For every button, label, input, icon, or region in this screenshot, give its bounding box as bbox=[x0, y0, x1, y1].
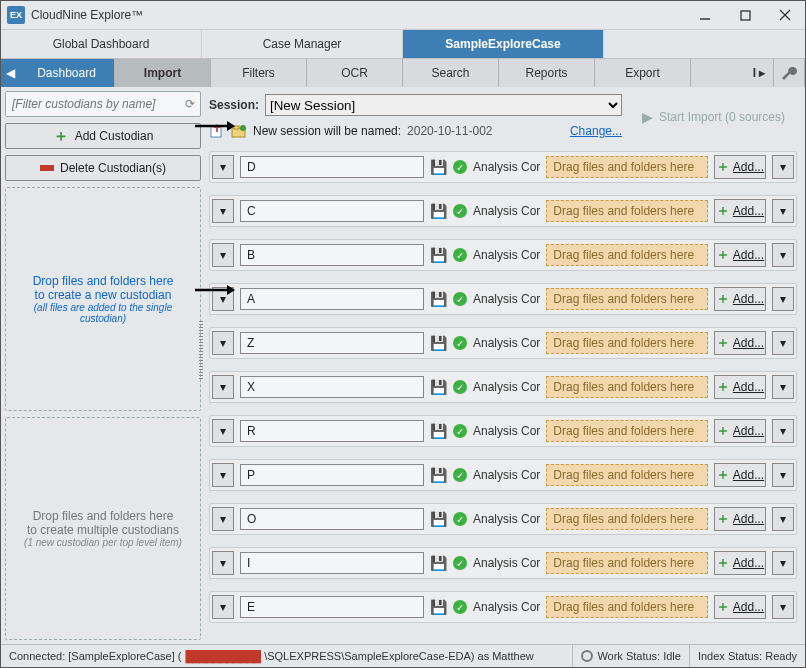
custodian-name[interactable]: D bbox=[240, 156, 424, 178]
row-drop-area[interactable]: Drag files and folders here bbox=[546, 552, 708, 574]
row-drop-area[interactable]: Drag files and folders here bbox=[546, 464, 708, 486]
row-add-button[interactable]: ＋Add... bbox=[714, 287, 766, 311]
row-menu-button[interactable]: ▾ bbox=[772, 551, 794, 575]
row-menu-button[interactable]: ▾ bbox=[772, 595, 794, 619]
expand-button[interactable]: ▾ bbox=[212, 551, 234, 575]
close-button[interactable] bbox=[765, 1, 805, 29]
save-icon[interactable]: 💾 bbox=[430, 247, 447, 263]
row-menu-button[interactable]: ▾ bbox=[772, 463, 794, 487]
expand-button[interactable]: ▾ bbox=[212, 199, 234, 223]
expand-button[interactable]: ▾ bbox=[212, 243, 234, 267]
expand-button[interactable]: ▾ bbox=[212, 463, 234, 487]
tool-ocr[interactable]: OCR bbox=[307, 59, 403, 87]
save-icon[interactable]: 💾 bbox=[430, 599, 447, 615]
row-menu-button[interactable]: ▾ bbox=[772, 155, 794, 179]
expand-button[interactable]: ▾ bbox=[212, 155, 234, 179]
save-icon[interactable]: 💾 bbox=[430, 291, 447, 307]
custodian-name[interactable]: A bbox=[240, 288, 424, 310]
custodian-name[interactable]: E bbox=[240, 596, 424, 618]
expand-button[interactable]: ▾ bbox=[212, 331, 234, 355]
row-menu-button[interactable]: ▾ bbox=[772, 199, 794, 223]
row-add-button[interactable]: ＋Add... bbox=[714, 507, 766, 531]
tool-export[interactable]: Export bbox=[595, 59, 691, 87]
save-icon[interactable]: 💾 bbox=[430, 335, 447, 351]
expand-button[interactable]: ▾ bbox=[212, 595, 234, 619]
expand-button[interactable]: ▾ bbox=[212, 375, 234, 399]
row-add-button[interactable]: ＋Add... bbox=[714, 331, 766, 355]
tool-import[interactable]: Import bbox=[115, 59, 211, 87]
row-drop-area[interactable]: Drag files and folders here bbox=[546, 508, 708, 530]
toolbar-overflow[interactable]: I ▸ bbox=[745, 59, 774, 87]
save-icon[interactable]: 💾 bbox=[430, 467, 447, 483]
start-import-button[interactable]: ▶ Start Import (0 sources) bbox=[626, 96, 801, 138]
row-add-button[interactable]: ＋Add... bbox=[714, 463, 766, 487]
tool-dashboard[interactable]: Dashboard bbox=[19, 59, 115, 87]
custodian-name[interactable]: Z bbox=[240, 332, 424, 354]
custodian-name[interactable]: X bbox=[240, 376, 424, 398]
status-connection: Connected: [SampleExploreCase] (████████… bbox=[1, 645, 572, 667]
export-icon[interactable] bbox=[209, 123, 225, 139]
maximize-button[interactable] bbox=[725, 1, 765, 29]
custodian-name[interactable]: P bbox=[240, 464, 424, 486]
row-add-button[interactable]: ＋Add... bbox=[714, 551, 766, 575]
tool-filters[interactable]: Filters bbox=[211, 59, 307, 87]
row-menu-button[interactable]: ▾ bbox=[772, 375, 794, 399]
save-icon[interactable]: 💾 bbox=[430, 555, 447, 571]
tool-search[interactable]: Search bbox=[403, 59, 499, 87]
refresh-icon[interactable]: ⟳ bbox=[180, 97, 200, 111]
session-select[interactable]: [New Session] bbox=[265, 94, 622, 116]
delete-custodian-button[interactable]: Delete Custodian(s) bbox=[5, 155, 201, 181]
row-menu-button[interactable]: ▾ bbox=[772, 419, 794, 443]
tab-case-manager[interactable]: Case Manager bbox=[202, 30, 403, 58]
row-drop-area[interactable]: Drag files and folders here bbox=[546, 332, 708, 354]
row-drop-area[interactable]: Drag files and folders here bbox=[546, 596, 708, 618]
expand-button[interactable]: ▾ bbox=[212, 419, 234, 443]
row-add-button[interactable]: ＋Add... bbox=[714, 199, 766, 223]
save-icon[interactable]: 💾 bbox=[430, 423, 447, 439]
row-add-button[interactable]: ＋Add... bbox=[714, 155, 766, 179]
row-drop-area[interactable]: Drag files and folders here bbox=[546, 244, 708, 266]
row-drop-area[interactable]: Drag files and folders here bbox=[546, 420, 708, 442]
custodian-name[interactable]: I bbox=[240, 552, 424, 574]
custodian-rows: ▾D💾✓Analysis CorDrag files and folders h… bbox=[205, 143, 801, 640]
row-add-button[interactable]: ＋Add... bbox=[714, 375, 766, 399]
drop-zone-multi-custodians[interactable]: Drop files and folders here to create mu… bbox=[5, 417, 201, 641]
row-menu-button[interactable]: ▾ bbox=[772, 243, 794, 267]
custodian-name[interactable]: C bbox=[240, 200, 424, 222]
open-icon[interactable] bbox=[231, 123, 247, 139]
save-icon[interactable]: 💾 bbox=[430, 511, 447, 527]
custodian-name[interactable]: O bbox=[240, 508, 424, 530]
tab-sample-explore-case[interactable]: SampleExploreCase bbox=[403, 30, 604, 58]
row-menu-button[interactable]: ▾ bbox=[772, 287, 794, 311]
add-custodian-button[interactable]: ＋ Add Custodian bbox=[5, 123, 201, 149]
plus-icon: ＋ bbox=[716, 378, 730, 396]
row-drop-area[interactable]: Drag files and folders here bbox=[546, 156, 708, 178]
expand-button[interactable]: ▾ bbox=[212, 507, 234, 531]
tool-reports[interactable]: Reports bbox=[499, 59, 595, 87]
change-link[interactable]: Change... bbox=[570, 124, 622, 138]
row-menu-button[interactable]: ▾ bbox=[772, 507, 794, 531]
expand-button[interactable]: ▾ bbox=[212, 287, 234, 311]
session-bar: Session: [New Session] bbox=[205, 91, 626, 119]
custodian-filter-input[interactable] bbox=[6, 97, 180, 111]
custodian-filter[interactable]: ⟳ bbox=[5, 91, 201, 117]
row-menu-button[interactable]: ▾ bbox=[772, 331, 794, 355]
toolbar-scroll-left[interactable]: ◀ bbox=[1, 59, 19, 87]
save-icon[interactable]: 💾 bbox=[430, 159, 447, 175]
custodian-name[interactable]: B bbox=[240, 244, 424, 266]
row-add-button[interactable]: ＋Add... bbox=[714, 595, 766, 619]
row-drop-area[interactable]: Drag files and folders here bbox=[546, 376, 708, 398]
tab-global-dashboard[interactable]: Global Dashboard bbox=[1, 30, 202, 58]
row-drop-area[interactable]: Drag files and folders here bbox=[546, 288, 708, 310]
custodian-name[interactable]: R bbox=[240, 420, 424, 442]
splitter-handle[interactable] bbox=[199, 321, 203, 381]
minimize-button[interactable] bbox=[685, 1, 725, 29]
row-add-button[interactable]: ＋Add... bbox=[714, 419, 766, 443]
tool-settings[interactable] bbox=[774, 59, 805, 87]
drop-zone-new-custodian[interactable]: Drop files and folders here to create a … bbox=[5, 187, 201, 411]
row-add-button[interactable]: ＋Add... bbox=[714, 243, 766, 267]
save-icon[interactable]: 💾 bbox=[430, 203, 447, 219]
save-icon[interactable]: 💾 bbox=[430, 379, 447, 395]
row-drop-area[interactable]: Drag files and folders here bbox=[546, 200, 708, 222]
row-add-label: Add... bbox=[733, 204, 764, 218]
